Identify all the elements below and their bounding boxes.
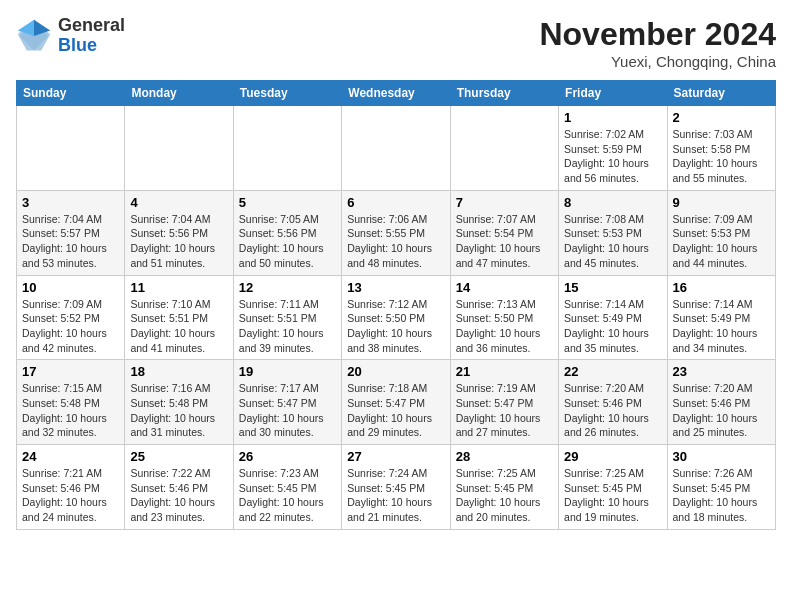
day-number: 9 <box>673 195 770 210</box>
day-number: 21 <box>456 364 553 379</box>
daylight-text: Daylight: 10 hours and 18 minutes. <box>673 496 758 523</box>
sunrise-text: Sunrise: 7:11 AM <box>239 298 319 310</box>
daylight-text: Daylight: 10 hours and 39 minutes. <box>239 327 324 354</box>
daylight-text: Daylight: 10 hours and 22 minutes. <box>239 496 324 523</box>
page-header: General Blue November 2024 Yuexi, Chongq… <box>16 16 776 70</box>
daylight-text: Daylight: 10 hours and 29 minutes. <box>347 412 432 439</box>
calendar-cell: 11Sunrise: 7:10 AMSunset: 5:51 PMDayligh… <box>125 275 233 360</box>
sunset-text: Sunset: 5:48 PM <box>22 397 100 409</box>
sunset-text: Sunset: 5:46 PM <box>673 397 751 409</box>
calendar-cell <box>233 106 341 191</box>
calendar-cell: 28Sunrise: 7:25 AMSunset: 5:45 PMDayligh… <box>450 445 558 530</box>
calendar-cell: 16Sunrise: 7:14 AMSunset: 5:49 PMDayligh… <box>667 275 775 360</box>
calendar-cell: 13Sunrise: 7:12 AMSunset: 5:50 PMDayligh… <box>342 275 450 360</box>
calendar-week-3: 10Sunrise: 7:09 AMSunset: 5:52 PMDayligh… <box>17 275 776 360</box>
calendar-cell: 1Sunrise: 7:02 AMSunset: 5:59 PMDaylight… <box>559 106 667 191</box>
day-info: Sunrise: 7:05 AMSunset: 5:56 PMDaylight:… <box>239 212 336 271</box>
calendar-cell: 15Sunrise: 7:14 AMSunset: 5:49 PMDayligh… <box>559 275 667 360</box>
day-number: 22 <box>564 364 661 379</box>
daylight-text: Daylight: 10 hours and 51 minutes. <box>130 242 215 269</box>
day-info: Sunrise: 7:17 AMSunset: 5:47 PMDaylight:… <box>239 381 336 440</box>
calendar-cell: 22Sunrise: 7:20 AMSunset: 5:46 PMDayligh… <box>559 360 667 445</box>
sunrise-text: Sunrise: 7:23 AM <box>239 467 319 479</box>
day-info: Sunrise: 7:04 AMSunset: 5:56 PMDaylight:… <box>130 212 227 271</box>
sunset-text: Sunset: 5:56 PM <box>239 227 317 239</box>
day-number: 1 <box>564 110 661 125</box>
sunset-text: Sunset: 5:57 PM <box>22 227 100 239</box>
logo-icon <box>16 18 52 54</box>
day-info: Sunrise: 7:16 AMSunset: 5:48 PMDaylight:… <box>130 381 227 440</box>
day-number: 29 <box>564 449 661 464</box>
day-info: Sunrise: 7:14 AMSunset: 5:49 PMDaylight:… <box>564 297 661 356</box>
day-number: 14 <box>456 280 553 295</box>
daylight-text: Daylight: 10 hours and 45 minutes. <box>564 242 649 269</box>
day-number: 25 <box>130 449 227 464</box>
sunrise-text: Sunrise: 7:26 AM <box>673 467 753 479</box>
day-info: Sunrise: 7:23 AMSunset: 5:45 PMDaylight:… <box>239 466 336 525</box>
calendar-cell: 24Sunrise: 7:21 AMSunset: 5:46 PMDayligh… <box>17 445 125 530</box>
day-info: Sunrise: 7:21 AMSunset: 5:46 PMDaylight:… <box>22 466 119 525</box>
calendar-cell: 9Sunrise: 7:09 AMSunset: 5:53 PMDaylight… <box>667 190 775 275</box>
sunrise-text: Sunrise: 7:25 AM <box>564 467 644 479</box>
calendar-cell: 26Sunrise: 7:23 AMSunset: 5:45 PMDayligh… <box>233 445 341 530</box>
daylight-text: Daylight: 10 hours and 48 minutes. <box>347 242 432 269</box>
calendar-cell: 30Sunrise: 7:26 AMSunset: 5:45 PMDayligh… <box>667 445 775 530</box>
sunset-text: Sunset: 5:50 PM <box>347 312 425 324</box>
calendar-cell: 5Sunrise: 7:05 AMSunset: 5:56 PMDaylight… <box>233 190 341 275</box>
sunset-text: Sunset: 5:53 PM <box>673 227 751 239</box>
sunrise-text: Sunrise: 7:14 AM <box>673 298 753 310</box>
calendar-cell: 7Sunrise: 7:07 AMSunset: 5:54 PMDaylight… <box>450 190 558 275</box>
calendar-cell <box>450 106 558 191</box>
sunset-text: Sunset: 5:49 PM <box>673 312 751 324</box>
calendar-week-4: 17Sunrise: 7:15 AMSunset: 5:48 PMDayligh… <box>17 360 776 445</box>
sunrise-text: Sunrise: 7:20 AM <box>564 382 644 394</box>
sunset-text: Sunset: 5:54 PM <box>456 227 534 239</box>
day-info: Sunrise: 7:25 AMSunset: 5:45 PMDaylight:… <box>564 466 661 525</box>
daylight-text: Daylight: 10 hours and 53 minutes. <box>22 242 107 269</box>
calendar-cell: 29Sunrise: 7:25 AMSunset: 5:45 PMDayligh… <box>559 445 667 530</box>
calendar-cell: 17Sunrise: 7:15 AMSunset: 5:48 PMDayligh… <box>17 360 125 445</box>
sunset-text: Sunset: 5:56 PM <box>130 227 208 239</box>
sunset-text: Sunset: 5:45 PM <box>347 482 425 494</box>
sunset-text: Sunset: 5:59 PM <box>564 143 642 155</box>
sunrise-text: Sunrise: 7:19 AM <box>456 382 536 394</box>
day-number: 23 <box>673 364 770 379</box>
weekday-header-wednesday: Wednesday <box>342 81 450 106</box>
sunrise-text: Sunrise: 7:04 AM <box>130 213 210 225</box>
day-number: 19 <box>239 364 336 379</box>
sunset-text: Sunset: 5:58 PM <box>673 143 751 155</box>
weekday-header-saturday: Saturday <box>667 81 775 106</box>
day-info: Sunrise: 7:08 AMSunset: 5:53 PMDaylight:… <box>564 212 661 271</box>
day-info: Sunrise: 7:09 AMSunset: 5:52 PMDaylight:… <box>22 297 119 356</box>
day-info: Sunrise: 7:24 AMSunset: 5:45 PMDaylight:… <box>347 466 444 525</box>
sunset-text: Sunset: 5:48 PM <box>130 397 208 409</box>
sunrise-text: Sunrise: 7:08 AM <box>564 213 644 225</box>
sunset-text: Sunset: 5:51 PM <box>130 312 208 324</box>
day-info: Sunrise: 7:19 AMSunset: 5:47 PMDaylight:… <box>456 381 553 440</box>
calendar-cell <box>17 106 125 191</box>
sunrise-text: Sunrise: 7:17 AM <box>239 382 319 394</box>
daylight-text: Daylight: 10 hours and 41 minutes. <box>130 327 215 354</box>
calendar-cell: 3Sunrise: 7:04 AMSunset: 5:57 PMDaylight… <box>17 190 125 275</box>
daylight-text: Daylight: 10 hours and 56 minutes. <box>564 157 649 184</box>
daylight-text: Daylight: 10 hours and 19 minutes. <box>564 496 649 523</box>
sunset-text: Sunset: 5:50 PM <box>456 312 534 324</box>
title-block: November 2024 Yuexi, Chongqing, China <box>539 16 776 70</box>
daylight-text: Daylight: 10 hours and 31 minutes. <box>130 412 215 439</box>
day-number: 27 <box>347 449 444 464</box>
sunrise-text: Sunrise: 7:24 AM <box>347 467 427 479</box>
logo: General Blue <box>16 16 125 56</box>
day-info: Sunrise: 7:09 AMSunset: 5:53 PMDaylight:… <box>673 212 770 271</box>
daylight-text: Daylight: 10 hours and 30 minutes. <box>239 412 324 439</box>
daylight-text: Daylight: 10 hours and 23 minutes. <box>130 496 215 523</box>
sunrise-text: Sunrise: 7:10 AM <box>130 298 210 310</box>
weekday-header-monday: Monday <box>125 81 233 106</box>
daylight-text: Daylight: 10 hours and 35 minutes. <box>564 327 649 354</box>
day-info: Sunrise: 7:26 AMSunset: 5:45 PMDaylight:… <box>673 466 770 525</box>
day-number: 15 <box>564 280 661 295</box>
day-number: 6 <box>347 195 444 210</box>
day-number: 8 <box>564 195 661 210</box>
sunrise-text: Sunrise: 7:18 AM <box>347 382 427 394</box>
day-info: Sunrise: 7:15 AMSunset: 5:48 PMDaylight:… <box>22 381 119 440</box>
calendar-week-1: 1Sunrise: 7:02 AMSunset: 5:59 PMDaylight… <box>17 106 776 191</box>
